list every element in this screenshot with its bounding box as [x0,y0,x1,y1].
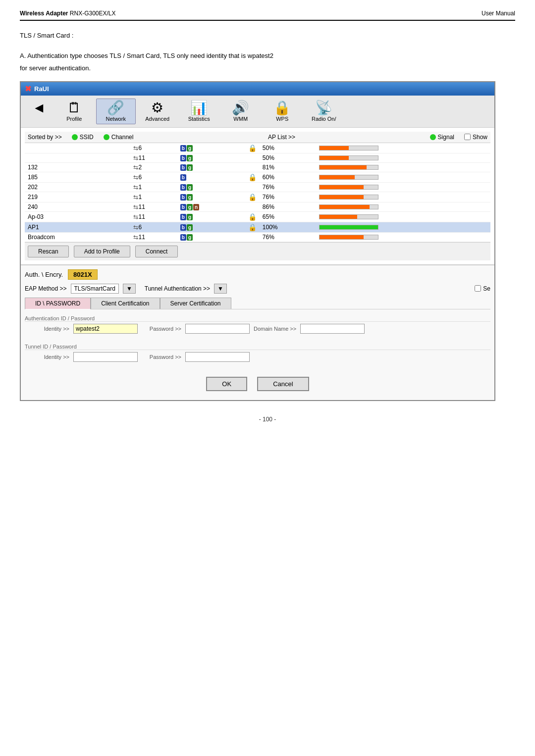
ap-channel-cell: ⇆1 [130,192,177,202]
ap-modes-cell: bg [177,222,245,232]
connect-button[interactable]: Connect [135,246,178,257]
tab-client-cert[interactable]: Client Certification [91,298,160,309]
page-footer: - 100 - [20,416,515,423]
password-input[interactable] [185,324,250,334]
tunnel-identity-row: Identity >> Password >> [25,352,490,362]
toolbar-statistics[interactable]: 📊 Statistics [179,99,219,124]
tunnel-dropdown-arrow[interactable]: ▼ [214,284,227,294]
ap-signal-pct-cell: 50% [260,153,316,162]
domain-name-input[interactable] [300,324,365,334]
toolbar-wps[interactable]: 🔒 WPS [263,99,302,124]
eap-method-value: TLS/SmartCard [71,284,119,294]
ap-signal-bar-cell [316,232,490,242]
ap-lock-cell [245,182,260,192]
ap-modes-cell: bgn [177,202,245,211]
ap-table-row[interactable]: 132⇆2bg81% [25,162,490,172]
ap-signal-pct-cell: 100% [260,222,316,232]
wifi-icon: ⇆ [133,164,138,171]
signal-bar [320,185,364,189]
auth-row1: Auth. \ Encry. 8021X [25,269,490,280]
tunnel-identity-input[interactable] [73,352,138,362]
mode-badge-g: g [187,155,193,161]
wifi-icon: ⇆ [133,145,138,151]
toolbar-radio[interactable]: 📡 Radio On/ [304,99,344,124]
auth-section: Auth. \ Encry. 8021X EAP Method >> TLS/S… [21,264,494,400]
ap-table-row[interactable]: AP1⇆6bg🔒100% [25,222,490,232]
mode-badge-b: b [180,155,186,161]
eap-dropdown-arrow[interactable]: ▼ [123,284,136,294]
lock-icon: 🔒 [248,223,257,231]
wmm-label: WMM [233,116,248,122]
mode-badge-g: g [187,164,193,171]
ap-modes-cell: bg [177,143,245,153]
identity-row: Identity >> Password >> Domain Name >> [25,324,490,334]
add-to-profile-button[interactable]: Add to Profile [74,246,130,257]
mode-badge-b: b [180,184,186,191]
ok-button[interactable]: OK [206,377,247,391]
ap-lock-cell: 🔒 [245,143,260,153]
lock-icon: 🔒 [248,193,257,201]
lock-icon: 🔒 [248,213,257,221]
signal-bar [320,205,370,209]
mode-badge-b: b [180,145,186,151]
ap-lock-cell: 🔒 [245,192,260,202]
signal-bar-container [319,146,378,151]
ap-channel-cell: ⇆11 [130,153,177,162]
ap-signal-bar-cell [316,172,490,182]
tunnel-password-label: Password >> [142,354,181,360]
wifi-icon: ⇆ [133,174,138,181]
session-checkbox[interactable]: Se [475,285,490,292]
ap-table-row[interactable]: 202⇆1bg76% [25,182,490,192]
ap-ssid-cell: 202 [25,182,130,192]
lock-icon: 🔒 [248,173,257,181]
ap-channel-cell: ⇆6 [130,143,177,153]
ap-table-row[interactable]: 219⇆1bg🔒76% [25,192,490,202]
mode-badge-b: b [180,214,186,220]
wps-icon: 🔒 [273,101,291,115]
toolbar-network[interactable]: 🔗 Network [96,99,136,124]
ap-signal-pct-cell: 60% [260,172,316,182]
ap-signal-bar-cell [316,182,490,192]
ap-table-row[interactable]: 240⇆11bgn86% [25,202,490,211]
identity-field-label: Identity >> [30,326,69,332]
ap-table-row[interactable]: ⇆11bg50% [25,153,490,162]
show-checkbox-input[interactable] [464,134,471,140]
ap-table-row[interactable]: ⇆6bg🔒50% [25,143,490,153]
mode-badge-g: g [187,204,193,210]
ap-signal-bar-cell [316,202,490,211]
ap-ssid-cell [25,153,130,162]
ap-modes-cell: bg [177,182,245,192]
product-name: Wireless Adapter RNX-G300EX/LX [20,10,116,17]
ap-lock-cell [245,202,260,211]
mode-badge-b: b [180,234,186,241]
raui-logo-icon: ✖ [25,84,31,94]
ap-modes-cell: bg [177,232,245,242]
identity-input[interactable] [73,324,138,334]
tunnel-password-input[interactable] [185,352,250,362]
rescan-button[interactable]: Rescan [28,246,69,257]
ap-signal-bar-cell [316,211,490,222]
cancel-button[interactable]: Cancel [257,377,309,391]
ap-table-row[interactable]: 185⇆6b🔒60% [25,172,490,182]
wifi-icon: ⇆ [133,213,138,220]
toolbar-wmm[interactable]: 🔊 WMM [221,99,261,124]
toolbar-back[interactable]: ◄ [26,99,53,124]
show-checkbox[interactable]: Show [464,134,487,141]
toolbar-advanced[interactable]: ⚙ Advanced [138,99,177,124]
ap-table-row[interactable]: Broadcom⇆11bg76% [25,232,490,242]
mode-badge-g: g [187,224,193,231]
tab-id-password[interactable]: ID \ PASSWORD [25,298,91,309]
tab-server-cert[interactable]: Server Certification [160,298,231,309]
mode-badge-b: b [180,204,186,210]
ap-modes-cell: b [177,172,245,182]
mode-badge-n: n [193,204,199,210]
ap-list-label: AP List >> [143,134,420,141]
toolbar-profile[interactable]: 🗒 Profile [54,99,94,124]
ap-table-row[interactable]: Ap-03⇆11bg🔒65% [25,211,490,222]
raui-title: RaUI [34,85,49,93]
network-label: Network [106,116,126,122]
session-checkbox-input[interactable] [475,285,481,292]
channel-header: Channel [104,134,134,141]
toolbar: ◄ 🗒 Profile 🔗 Network ⚙ Advanced 📊 Stati… [21,96,494,128]
signal-bar-container [319,165,378,170]
